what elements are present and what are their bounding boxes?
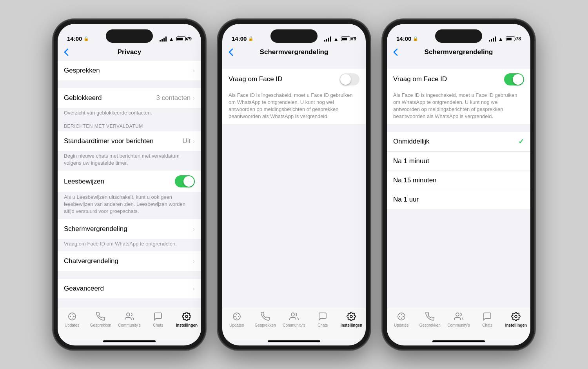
toggle-faceid-3[interactable] <box>504 73 524 85</box>
option-onmiddellijk[interactable]: Onmiddellijk ✓ <box>387 132 530 152</box>
svg-point-8 <box>515 315 517 318</box>
row-geavanceerd[interactable]: Geavanceerd › <box>58 279 201 298</box>
wifi-icon-1: ▲ <box>169 36 174 42</box>
svg-point-2 <box>185 315 188 318</box>
tab-bar-1: Updates Gesprekken <box>58 308 201 340</box>
row-chatvergrendeling[interactable]: Chatvergrendeling › <box>58 251 201 271</box>
toggle-faceid-2[interactable] <box>339 73 359 85</box>
section-faceid-2: Vraag om Face ID <box>222 69 366 90</box>
tab-gesprekken-3[interactable]: Gesprekken <box>416 311 444 327</box>
option-1min[interactable]: Na 1 minuut <box>387 152 530 171</box>
phone-1: 14:00 🔒 ▲ 79 <box>53 19 206 350</box>
nav-header-1: Privacy <box>58 45 201 61</box>
phone-frame-3: 14:00 🔒 ▲ 78 <box>382 19 535 350</box>
status-time-2: 14:00 🔒 <box>232 35 254 42</box>
row-faceid-3[interactable]: Vraag om Face ID <box>387 69 530 90</box>
page-title-2: Schermvergrendeling <box>260 48 328 56</box>
section-options: Onmiddellijk ✓ Na 1 minuut Na 15 minuten… <box>387 132 530 209</box>
toggle-leesbewijzen[interactable] <box>175 175 195 187</box>
tab-communities-1[interactable]: Community's <box>115 311 143 327</box>
tab-updates-2[interactable]: Updates <box>222 311 251 327</box>
section-geblokkeerd: Geblokkeerd 3 contacten › <box>58 88 201 108</box>
lock-icon-2: 🔒 <box>248 36 254 41</box>
desc-faceid-2: Als Face ID is ingeschakeld, moet u Face… <box>222 90 366 124</box>
tab-communities-2[interactable]: Community's <box>279 311 308 327</box>
phone-screen-1: 14:00 🔒 ▲ 79 <box>58 24 201 345</box>
content-3[interactable]: Vraag om Face ID Als Face ID is ingescha… <box>387 61 530 308</box>
status-icons-2: ▲ 79 <box>324 36 356 42</box>
tab-bar-2: Updates Gesprekken <box>222 308 366 340</box>
row-gesprekken[interactable]: Gesprekken › <box>58 61 201 80</box>
wifi-icon-2: ▲ <box>334 36 339 42</box>
option-1uur[interactable]: Na 1 uur <box>387 190 530 209</box>
content-1[interactable]: Gesprekken › Geblokkeerd 3 contacten › O… <box>58 61 201 308</box>
tab-updates-1[interactable]: Updates <box>58 311 86 327</box>
battery-icon-1: 79 <box>176 36 192 42</box>
back-button-2[interactable] <box>229 48 233 56</box>
row-timer[interactable]: Standaardtimer voor berichten Uit › <box>58 131 201 151</box>
tab-instellingen-1[interactable]: Instellingen <box>172 311 201 327</box>
desc-geblokkeerd: Overzicht van geblokkeerde contacten. <box>58 108 201 120</box>
svg-point-7 <box>456 313 459 316</box>
svg-point-0 <box>69 313 76 320</box>
section-chatvergrendeling: Chatvergrendeling › <box>58 251 201 271</box>
phone-frame-2: 14:00 🔒 ▲ 79 <box>218 19 370 350</box>
svg-point-5 <box>350 315 352 318</box>
tab-communities-3[interactable]: Community's <box>444 311 473 327</box>
section-faceid-3: Vraag om Face ID <box>387 69 530 90</box>
tab-gesprekken-1[interactable]: Gesprekken <box>86 311 115 327</box>
row-leesbewijzen[interactable]: Leesbewijzen <box>58 171 201 192</box>
desc-schermvergrendeling: Vraag om Face ID om WhatsApp te ontgrend… <box>58 239 201 251</box>
row-faceid-2[interactable]: Vraag om Face ID <box>222 69 366 90</box>
section-leesbewijzen: Leesbewijzen <box>58 171 201 192</box>
desc-timer: Begin nieuwe chats met berichten met ver… <box>58 151 201 171</box>
status-time-1: 14:00 🔒 <box>67 35 89 42</box>
svg-point-6 <box>398 313 405 320</box>
home-indicator-3 <box>432 340 485 342</box>
battery-icon-3: 78 <box>506 36 521 42</box>
desc-leesbewijzen: Als u Leesbewijzen uitschakelt, kunt u o… <box>58 192 201 219</box>
phone-3: 14:00 🔒 ▲ 78 <box>382 19 535 350</box>
signal-bars-2 <box>324 36 331 42</box>
tab-gesprekken-2[interactable]: Gesprekken <box>251 311 279 327</box>
tab-chats-2[interactable]: Chats <box>309 311 337 327</box>
content-2[interactable]: Vraag om Face ID Als Face ID is ingescha… <box>222 61 366 308</box>
back-button-1[interactable] <box>64 48 69 56</box>
section-geavanceerd: Geavanceerd › <box>58 279 201 298</box>
home-indicator-2 <box>268 340 320 342</box>
desc-faceid-3: Als Face ID is ingeschakeld, moet u Face… <box>387 90 530 124</box>
svg-point-1 <box>127 313 130 316</box>
section-schermvergrendeling: Schermvergrendeling › <box>58 219 201 239</box>
nav-header-3: Schermvergrendeling <box>387 45 530 61</box>
dynamic-island-3 <box>435 29 482 43</box>
status-icons-1: ▲ 79 <box>160 36 192 42</box>
wifi-icon-3: ▲ <box>498 36 503 42</box>
tab-bar-3: Updates Gesprekken <box>387 308 530 340</box>
dynamic-island-1 <box>106 29 153 43</box>
tab-updates-3[interactable]: Updates <box>387 311 416 327</box>
page-title-1: Privacy <box>118 48 142 56</box>
back-button-3[interactable] <box>393 48 398 56</box>
tab-instellingen-2[interactable]: Instellingen <box>337 311 366 327</box>
page-title-3: Schermvergrendeling <box>425 48 493 56</box>
home-indicator-1 <box>103 340 156 342</box>
svg-point-3 <box>233 313 240 320</box>
phone-frame-1: 14:00 🔒 ▲ 79 <box>53 19 206 350</box>
section-timer: Standaardtimer voor berichten Uit › <box>58 131 201 151</box>
option-15min[interactable]: Na 15 minuten <box>387 171 530 190</box>
status-time-3: 14:00 🔒 <box>396 35 418 42</box>
phone-2: 14:00 🔒 ▲ 79 <box>218 19 370 350</box>
svg-point-4 <box>291 313 294 316</box>
tab-chats-3[interactable]: Chats <box>473 311 502 327</box>
tab-chats-1[interactable]: Chats <box>144 311 172 327</box>
phone-screen-3: 14:00 🔒 ▲ 78 <box>387 24 530 345</box>
dynamic-island-2 <box>270 29 318 43</box>
row-schermvergrendeling[interactable]: Schermvergrendeling › <box>58 219 201 239</box>
lock-icon-3: 🔒 <box>413 36 418 41</box>
tab-instellingen-3[interactable]: Instellingen <box>502 311 530 327</box>
section-gesprekken: Gesprekken › <box>58 61 201 80</box>
phone-screen-2: 14:00 🔒 ▲ 79 <box>222 24 366 345</box>
row-geblokkeerd[interactable]: Geblokkeerd 3 contacten › <box>58 88 201 108</box>
nav-header-2: Schermvergrendeling <box>222 45 366 61</box>
signal-bars-3 <box>489 36 496 42</box>
